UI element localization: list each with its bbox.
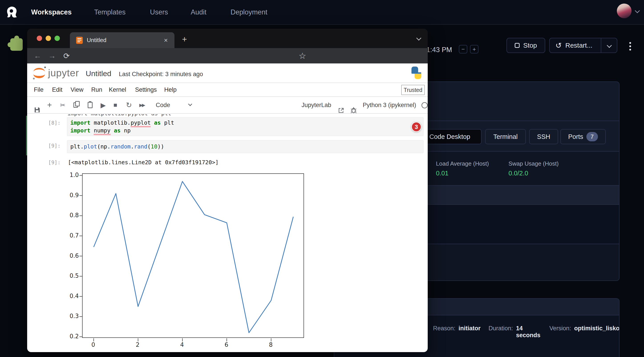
ports-count-badge: 7 bbox=[586, 132, 598, 141]
stop-square-icon bbox=[515, 43, 520, 48]
workspace-clock: 11:43 PM bbox=[424, 46, 452, 54]
top-nav: Workspaces Templates Users Audit Deploym… bbox=[0, 0, 644, 25]
trusted-button[interactable]: Trusted bbox=[401, 85, 425, 95]
chart-y-tick-labels: 1.00.9 0.80.7 0.60.5 0.40.3 0.2 bbox=[54, 175, 79, 336]
restart-icon: ↺ bbox=[556, 41, 562, 50]
extension-puzzle-icon bbox=[10, 38, 23, 51]
restart-kernel-icon[interactable]: ↻ bbox=[126, 97, 132, 113]
traffic-close-icon[interactable] bbox=[37, 36, 42, 41]
stop-workspace-button[interactable]: Stop bbox=[506, 38, 545, 53]
menu-run[interactable]: Run bbox=[91, 83, 102, 96]
tab-title: Untitled bbox=[87, 37, 106, 44]
browser-window: Untitled × + ← → ⟳ 5555--main--test--mat… bbox=[27, 29, 428, 352]
user-avatar[interactable] bbox=[617, 4, 632, 18]
output9-prompt: [9]: bbox=[40, 160, 60, 165]
nav-item-users[interactable]: Users bbox=[150, 0, 168, 24]
bookmark-star-icon[interactable]: ☆ bbox=[297, 48, 308, 64]
swap-usage-label: Swap Usage (Host) bbox=[508, 160, 558, 167]
jupyter-menubar: File Edit View Run Kernel Settings Help … bbox=[27, 83, 428, 97]
swap-usage-value: 0.0/2.0 bbox=[508, 170, 528, 177]
menu-help[interactable]: Help bbox=[164, 83, 177, 96]
ports-button[interactable]: Ports 7 bbox=[560, 129, 606, 144]
load-average-label: Load Average (Host) bbox=[436, 160, 489, 167]
nav-item-audit[interactable]: Audit bbox=[191, 0, 206, 24]
browser-tab[interactable]: Untitled × bbox=[70, 32, 174, 48]
add-cell-icon[interactable]: + bbox=[47, 97, 52, 113]
restart-chevron-icon[interactable] bbox=[607, 43, 612, 48]
new-tab-icon[interactable]: + bbox=[182, 34, 187, 44]
tab-search-chevron-icon[interactable] bbox=[416, 36, 422, 41]
chart-x-tick-labels: 02 46 8 bbox=[93, 342, 271, 348]
traffic-minimize-icon[interactable] bbox=[46, 36, 51, 41]
kernel-name[interactable]: Python 3 (ipykernel) bbox=[363, 97, 416, 113]
nav-item-workspaces[interactable]: Workspaces bbox=[31, 0, 72, 24]
terminal-button[interactable]: Terminal bbox=[485, 129, 526, 144]
browser-tab-strip: Untitled × + bbox=[27, 29, 428, 48]
jupyter-brand: jupyter bbox=[48, 68, 79, 78]
matplotlib-figure bbox=[82, 174, 304, 338]
reload-icon[interactable]: ⟳ bbox=[61, 48, 72, 64]
forward-icon[interactable]: → bbox=[46, 48, 58, 64]
jupyter-logo bbox=[33, 66, 46, 80]
clipped-code-line: import matplotlib.pyplot as plt bbox=[68, 114, 401, 117]
ssh-button[interactable]: SSH bbox=[529, 129, 558, 144]
copy-cell-icon[interactable] bbox=[74, 97, 78, 113]
version-value[interactable]: optimistic_liskov9 bbox=[574, 325, 620, 332]
reason-value: initiator bbox=[459, 325, 481, 332]
traffic-zoom-icon[interactable] bbox=[54, 36, 60, 41]
python-logo bbox=[410, 66, 422, 79]
build-info-row: Reason: initiator Duration: 14 seconds V… bbox=[433, 325, 620, 339]
cell8-input[interactable]: import matplotlib.pyplot as plt import n… bbox=[67, 117, 424, 136]
menu-edit[interactable]: Edit bbox=[52, 83, 62, 96]
menu-file[interactable]: File bbox=[34, 83, 44, 96]
kernel-status-icon bbox=[422, 102, 428, 108]
notification-badge[interactable]: 3 bbox=[411, 122, 422, 132]
cell9-input[interactable]: plt.plot(np.random.rand(10)) bbox=[67, 140, 424, 153]
reason-label: Reason: bbox=[433, 325, 456, 332]
restart-run-all-icon[interactable]: ▶▶ bbox=[139, 97, 144, 113]
notebook-title[interactable]: Untitled bbox=[86, 69, 111, 78]
workspace-kebab-menu[interactable] bbox=[629, 40, 631, 52]
duration-value: 14 seconds bbox=[516, 325, 542, 339]
coder-logo[interactable] bbox=[6, 5, 20, 19]
zoom-in-button[interactable]: + bbox=[470, 45, 478, 54]
split-divider bbox=[601, 38, 601, 52]
back-icon[interactable]: ← bbox=[32, 48, 43, 64]
duration-label: Duration: bbox=[488, 325, 513, 332]
save-icon[interactable] bbox=[34, 102, 40, 118]
cell8-prompt: [8]: bbox=[40, 120, 60, 126]
restart-workspace-split-button[interactable]: ↺ Restart... bbox=[549, 38, 617, 53]
menu-settings[interactable]: Settings bbox=[135, 83, 157, 96]
menu-view[interactable]: View bbox=[70, 83, 84, 96]
checkpoint-status: Last Checkpoint: 3 minutes ago bbox=[119, 71, 203, 78]
paste-cell-icon[interactable] bbox=[88, 97, 92, 113]
output9-text: [<matplotlib.lines.Line2D at 0x7fd03f191… bbox=[68, 159, 218, 166]
cell-type-chevron-icon[interactable] bbox=[188, 102, 192, 106]
notebook-favicon bbox=[76, 37, 83, 44]
zoom-out-button[interactable]: − bbox=[459, 45, 467, 54]
browser-toolbar: ← → ⟳ 5555--main--test--matifali.atif.cd… bbox=[27, 48, 428, 64]
cell-type-select[interactable]: Code bbox=[156, 97, 170, 113]
chevron-down-icon[interactable] bbox=[635, 8, 640, 13]
menu-kernel[interactable]: Kernel bbox=[109, 83, 126, 96]
cell9-prompt: [9]: bbox=[40, 143, 60, 149]
jupyter-toolbar: + ✂ ▶ ■ ↻ ▶▶ Code JupyterLab bbox=[27, 97, 428, 114]
jupyter-page: jupyter Untitled Last Checkpoint: 3 minu… bbox=[27, 64, 428, 352]
tab-close-icon[interactable]: × bbox=[164, 36, 168, 44]
version-label: Version: bbox=[550, 325, 571, 332]
load-average-value: 0.01 bbox=[436, 170, 448, 177]
nav-item-deployment[interactable]: Deployment bbox=[230, 0, 267, 24]
jupyter-header: jupyter Untitled Last Checkpoint: 3 minu… bbox=[27, 64, 428, 83]
nav-item-templates[interactable]: Templates bbox=[94, 0, 126, 24]
plot-svg bbox=[82, 174, 304, 338]
run-cell-icon[interactable]: ▶ bbox=[100, 97, 106, 113]
cut-cell-icon[interactable]: ✂ bbox=[60, 97, 65, 113]
jupyterlab-link[interactable]: JupyterLab bbox=[302, 97, 331, 113]
interrupt-kernel-icon[interactable]: ■ bbox=[114, 97, 117, 113]
